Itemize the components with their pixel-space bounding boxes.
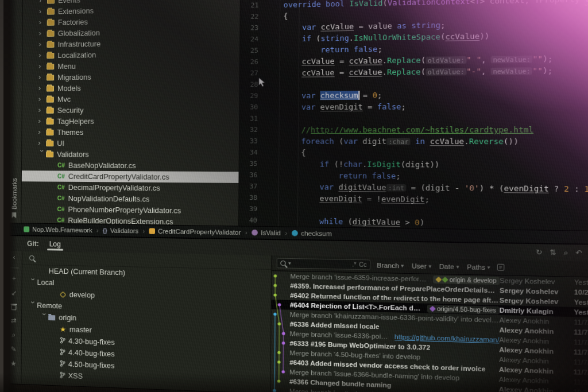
compare-icon[interactable]: ⇄ — [11, 316, 17, 324]
tree-item-validators[interactable]: ›Validators — [22, 149, 239, 160]
ref-tag-label: origin/4.50-bug-fixes — [437, 305, 496, 313]
chevron-down-icon: ▾ — [428, 263, 431, 269]
branch-label: origin — [59, 313, 76, 322]
folder-icon — [47, 52, 54, 58]
remote-folder-icon — [48, 315, 55, 320]
refresh-icon[interactable]: ↻ — [536, 248, 543, 257]
commit-log: ▾ .* Cc Branch▾User▾Date▾Paths▾ # Merge … — [271, 255, 588, 392]
tree-item-security[interactable]: ›Security — [22, 104, 239, 116]
branches-panel[interactable]: HEAD (Current Branch)›Localdevelop›Remot… — [21, 251, 272, 392]
folder-icon — [47, 75, 54, 80]
git-toolbar[interactable]: ↻⇅⌕↶▦⚙ — [536, 248, 588, 258]
branches-toolbar[interactable]: ‹+↙⇄⌕✎★ — [6, 251, 22, 384]
left-toolwindow-rail: Bookmarks — [6, 0, 23, 223]
commit-author: Alexey Anokhin — [500, 316, 574, 325]
chevron-down-icon[interactable]: › — [29, 278, 37, 286]
commit-author: Alexey Anokhin — [499, 386, 574, 392]
chevron-down-icon[interactable]: › — [29, 301, 37, 309]
tree-item-ui[interactable]: ›UI — [22, 138, 239, 149]
favorite-icon[interactable]: ★ — [10, 359, 17, 367]
chevron-right-icon[interactable]: › — [39, 7, 47, 15]
project-tree[interactable]: ›Events›Extensions›Factories›Globalizati… — [21, 0, 241, 226]
filter-date[interactable]: Date▾ — [439, 262, 459, 270]
tree-item-label: Themes — [57, 128, 83, 136]
tree-item-label: CreditCardPropertyValidator.cs — [68, 172, 169, 181]
breadcrumb-item-namespace[interactable]: {}Validators — [103, 227, 139, 234]
csharp-file-icon: C# — [57, 184, 65, 191]
branch-label: master — [69, 325, 92, 334]
tree-item-label: Security — [57, 106, 84, 114]
breadcrumb-separator: › — [96, 227, 99, 234]
breadcrumb-item-project[interactable]: Nop.Web.Framework — [24, 226, 92, 234]
chevron-right-icon[interactable]: › — [39, 18, 47, 26]
chevron-right-icon[interactable]: › — [38, 138, 46, 147]
filter-user[interactable]: User▾ — [412, 262, 432, 269]
commit-author: Sergey Koshelev — [500, 277, 574, 286]
chevron-right-icon[interactable]: › — [38, 106, 47, 114]
commit-author: Alexey Anokhin — [499, 366, 574, 375]
hide-panel-icon[interactable]: ‹ — [13, 253, 15, 261]
undo-icon[interactable]: ↶ — [575, 249, 582, 257]
fetch-icon[interactable]: ⇅ — [550, 248, 556, 257]
tree-item-taghelpers[interactable]: ›TagHelpers — [22, 115, 239, 127]
editor-gutter[interactable]: 2122232425262728293031323334353637383940 — [239, 0, 265, 226]
folder-icon — [46, 141, 53, 146]
csharp-file-icon: C# — [57, 162, 65, 168]
breadcrumb-item-class[interactable]: CreditCardPropertyValidator — [149, 227, 241, 236]
tree-item-themes[interactable]: ›Themes — [22, 127, 239, 138]
commit-search-input[interactable]: ▾ .* Cc — [277, 258, 371, 270]
rename-icon[interactable]: ✎ — [10, 345, 16, 353]
add-branch-icon[interactable]: + — [12, 274, 16, 282]
code-area[interactable]: ↑ ext methods↑ exposing APIs override bo… — [264, 0, 588, 232]
chevron-down-icon[interactable]: › — [40, 313, 49, 321]
breadcrumb-item-field[interactable]: checksum — [292, 230, 332, 238]
selected-identifier: checksum — [320, 91, 358, 100]
tree-item-label: Globalization — [58, 29, 100, 37]
code-line: var checksum = 0; — [264, 87, 588, 102]
chevron-right-icon[interactable]: › — [38, 83, 47, 92]
match-case-toggle[interactable]: Cc — [359, 261, 367, 268]
chevron-right-icon[interactable]: › — [38, 127, 46, 136]
chevron-right-icon[interactable]: › — [38, 72, 47, 81]
chevron-right-icon[interactable]: › — [38, 61, 47, 70]
chevron-right-icon[interactable]: › — [38, 95, 47, 103]
filter-branch[interactable]: Branch▾ — [377, 261, 404, 269]
bookmark-icon — [11, 212, 16, 218]
chevron-right-icon[interactable]: › — [38, 51, 47, 59]
folder-icon — [47, 20, 55, 25]
commit-list: Merge branch 'issue-6359-increase-perfor… — [271, 271, 588, 392]
chevron-right-icon[interactable]: › — [39, 0, 47, 5]
breadcrumb-label: checksum — [301, 230, 332, 237]
folder-icon — [47, 9, 55, 14]
breadcrumb-item-method[interactable]: IsValid — [252, 229, 281, 236]
checkout-icon[interactable]: ↙ — [11, 289, 17, 297]
go-to-hash-icon[interactable]: # — [497, 264, 504, 271]
commit-author: Alexey Anokhin — [499, 326, 574, 336]
tree-item-mvc[interactable]: ›Mvc — [22, 92, 239, 104]
tree-item-models[interactable]: ›Models — [22, 81, 239, 94]
code-line — [264, 111, 588, 124]
chevron-down-icon[interactable]: › — [38, 150, 47, 158]
chevron-right-icon[interactable]: › — [38, 117, 46, 125]
chevron-right-icon[interactable]: › — [39, 29, 47, 37]
tab-log[interactable]: Log — [48, 238, 62, 251]
line-number: 22 — [240, 11, 265, 22]
tree-item-label: NopValidationDefaults.cs — [68, 194, 150, 203]
chevron-right-icon[interactable]: › — [38, 40, 47, 48]
delete-icon[interactable] — [11, 305, 16, 310]
git-branch-icon — [60, 371, 68, 381]
regex-toggle[interactable]: .* — [352, 261, 356, 268]
code-editor[interactable]: 2122232425262728293031323334353637383940… — [239, 0, 588, 232]
tree-item-basenopvalidator-cs[interactable]: C#BaseNopValidator.cs — [22, 160, 239, 172]
commit-date: 10/25/22, 15:25 — [574, 288, 588, 297]
git-branch-icon — [60, 360, 68, 369]
find-branch-icon[interactable]: ⌕ — [11, 331, 16, 339]
filter-paths[interactable]: Paths▾ — [467, 263, 490, 271]
folder-icon — [47, 107, 54, 113]
bookmarks-toolwindow-button[interactable]: Bookmarks — [7, 178, 21, 218]
commit-date: 11/7/22, 08:04 — [574, 358, 588, 368]
tag-icon — [60, 292, 66, 298]
folder-icon — [47, 41, 54, 47]
code-line: { — [264, 147, 588, 160]
find-icon[interactable]: ⌕ — [564, 249, 568, 257]
